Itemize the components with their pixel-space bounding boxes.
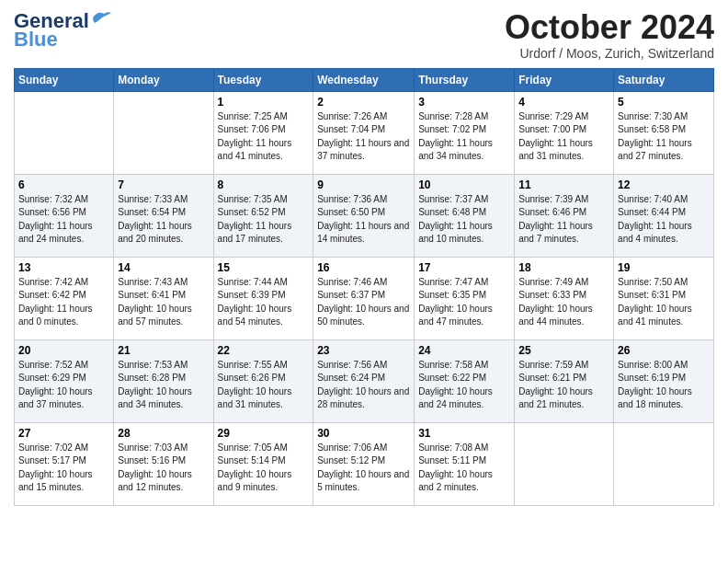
day-detail: Sunrise: 7:50 AMSunset: 6:31 PMDaylight:… [618, 276, 710, 329]
table-row: 19Sunrise: 7:50 AMSunset: 6:31 PMDayligh… [614, 257, 714, 339]
table-row: 5Sunrise: 7:30 AMSunset: 6:58 PMDaylight… [614, 91, 714, 174]
table-row [114, 91, 213, 174]
day-detail: Sunrise: 7:43 AMSunset: 6:41 PMDaylight:… [118, 276, 209, 329]
day-number: 4 [518, 96, 609, 109]
day-number: 7 [118, 178, 209, 191]
day-number: 27 [18, 427, 109, 440]
table-row: 16Sunrise: 7:46 AMSunset: 6:37 PMDayligh… [313, 257, 415, 339]
table-row: 3Sunrise: 7:28 AMSunset: 7:02 PMDaylight… [415, 91, 515, 174]
col-saturday: Saturday [614, 68, 714, 91]
day-detail: Sunrise: 7:44 AMSunset: 6:39 PMDaylight:… [218, 276, 310, 329]
day-detail: Sunrise: 7:40 AMSunset: 6:44 PMDaylight:… [618, 193, 710, 247]
day-detail: Sunrise: 7:33 AMSunset: 6:54 PMDaylight:… [118, 193, 209, 247]
day-detail: Sunrise: 8:00 AMSunset: 6:19 PMDaylight:… [618, 359, 710, 412]
table-row: 26Sunrise: 8:00 AMSunset: 6:19 PMDayligh… [614, 339, 714, 422]
table-row: 12Sunrise: 7:40 AMSunset: 6:44 PMDayligh… [614, 174, 714, 257]
day-number: 28 [118, 427, 209, 440]
day-detail: Sunrise: 7:37 AMSunset: 6:48 PMDaylight:… [418, 193, 510, 247]
day-detail: Sunrise: 7:26 AMSunset: 7:04 PMDaylight:… [317, 110, 410, 164]
day-detail: Sunrise: 7:05 AMSunset: 5:14 PMDaylight:… [218, 442, 310, 495]
day-detail: Sunrise: 7:08 AMSunset: 5:11 PMDaylight:… [418, 442, 510, 495]
table-row [515, 422, 614, 505]
day-detail: Sunrise: 7:39 AMSunset: 6:46 PMDaylight:… [518, 193, 609, 247]
day-number: 6 [18, 178, 109, 191]
day-detail: Sunrise: 7:28 AMSunset: 7:02 PMDaylight:… [418, 110, 510, 164]
header-row: Sunday Monday Tuesday Wednesday Thursday… [15, 68, 714, 91]
table-row: 10Sunrise: 7:37 AMSunset: 6:48 PMDayligh… [415, 174, 515, 257]
day-number: 23 [317, 344, 410, 357]
table-row: 6Sunrise: 7:32 AMSunset: 6:56 PMDaylight… [15, 174, 114, 257]
day-detail: Sunrise: 7:59 AMSunset: 6:21 PMDaylight:… [518, 359, 609, 412]
day-number: 19 [618, 261, 710, 274]
day-detail: Sunrise: 7:49 AMSunset: 6:33 PMDaylight:… [518, 276, 609, 329]
table-row: 24Sunrise: 7:58 AMSunset: 6:22 PMDayligh… [415, 339, 515, 422]
table-row: 20Sunrise: 7:52 AMSunset: 6:29 PMDayligh… [15, 339, 114, 422]
day-detail: Sunrise: 7:53 AMSunset: 6:28 PMDaylight:… [118, 359, 209, 412]
table-row [614, 422, 714, 505]
logo-bird-icon [91, 10, 111, 25]
day-detail: Sunrise: 7:32 AMSunset: 6:56 PMDaylight:… [18, 193, 109, 247]
table-row: 9Sunrise: 7:36 AMSunset: 6:50 PMDaylight… [313, 174, 415, 257]
day-number: 9 [317, 178, 410, 191]
day-detail: Sunrise: 7:02 AMSunset: 5:17 PMDaylight:… [18, 442, 109, 495]
page-header: General Blue October 2024 Urdorf / Moos,… [14, 9, 714, 61]
table-row: 7Sunrise: 7:33 AMSunset: 6:54 PMDaylight… [114, 174, 213, 257]
day-number: 25 [518, 344, 609, 357]
table-row: 28Sunrise: 7:03 AMSunset: 5:16 PMDayligh… [114, 422, 213, 505]
table-row: 8Sunrise: 7:35 AMSunset: 6:52 PMDaylight… [213, 174, 313, 257]
day-number: 10 [418, 178, 510, 191]
table-row: 13Sunrise: 7:42 AMSunset: 6:42 PMDayligh… [15, 257, 114, 339]
day-number: 29 [218, 427, 310, 440]
calendar-table: Sunday Monday Tuesday Wednesday Thursday… [14, 68, 714, 506]
day-number: 30 [317, 427, 410, 440]
table-row [15, 91, 114, 174]
col-friday: Friday [515, 68, 614, 91]
table-row: 30Sunrise: 7:06 AMSunset: 5:12 PMDayligh… [313, 422, 415, 505]
table-row: 11Sunrise: 7:39 AMSunset: 6:46 PMDayligh… [515, 174, 614, 257]
location: Urdorf / Moos, Zurich, Switzerland [505, 46, 714, 61]
title-block: October 2024 Urdorf / Moos, Zurich, Swit… [505, 9, 714, 61]
table-row: 31Sunrise: 7:08 AMSunset: 5:11 PMDayligh… [415, 422, 515, 505]
col-monday: Monday [114, 68, 213, 91]
day-number: 8 [218, 178, 310, 191]
day-detail: Sunrise: 7:52 AMSunset: 6:29 PMDaylight:… [18, 359, 109, 412]
table-row: 4Sunrise: 7:29 AMSunset: 7:00 PMDaylight… [515, 91, 614, 174]
table-row: 27Sunrise: 7:02 AMSunset: 5:17 PMDayligh… [15, 422, 114, 505]
day-number: 31 [418, 427, 510, 440]
day-detail: Sunrise: 7:30 AMSunset: 6:58 PMDaylight:… [618, 110, 710, 164]
table-row: 25Sunrise: 7:59 AMSunset: 6:21 PMDayligh… [515, 339, 614, 422]
day-detail: Sunrise: 7:35 AMSunset: 6:52 PMDaylight:… [218, 193, 310, 247]
table-row: 2Sunrise: 7:26 AMSunset: 7:04 PMDaylight… [313, 91, 415, 174]
table-row: 15Sunrise: 7:44 AMSunset: 6:39 PMDayligh… [213, 257, 313, 339]
day-number: 24 [418, 344, 510, 357]
day-number: 15 [218, 261, 310, 274]
logo: General Blue [14, 9, 111, 52]
day-number: 26 [618, 344, 710, 357]
page-container: General Blue October 2024 Urdorf / Moos,… [0, 0, 728, 515]
table-row: 14Sunrise: 7:43 AMSunset: 6:41 PMDayligh… [114, 257, 213, 339]
table-row: 1Sunrise: 7:25 AMSunset: 7:06 PMDaylight… [213, 91, 313, 174]
day-detail: Sunrise: 7:29 AMSunset: 7:00 PMDaylight:… [518, 110, 609, 164]
day-detail: Sunrise: 7:36 AMSunset: 6:50 PMDaylight:… [317, 193, 410, 247]
table-row: 29Sunrise: 7:05 AMSunset: 5:14 PMDayligh… [213, 422, 313, 505]
day-number: 17 [418, 261, 510, 274]
table-row: 17Sunrise: 7:47 AMSunset: 6:35 PMDayligh… [415, 257, 515, 339]
col-tuesday: Tuesday [213, 68, 313, 91]
logo-blue: Blue [14, 28, 58, 52]
day-detail: Sunrise: 7:55 AMSunset: 6:26 PMDaylight:… [218, 359, 310, 412]
day-number: 11 [518, 178, 609, 191]
day-number: 1 [218, 96, 310, 109]
col-sunday: Sunday [15, 68, 114, 91]
day-number: 2 [317, 96, 410, 109]
table-row: 23Sunrise: 7:56 AMSunset: 6:24 PMDayligh… [313, 339, 415, 422]
day-detail: Sunrise: 7:46 AMSunset: 6:37 PMDaylight:… [317, 276, 410, 329]
col-wednesday: Wednesday [313, 68, 415, 91]
day-number: 16 [317, 261, 410, 274]
col-thursday: Thursday [415, 68, 515, 91]
day-number: 22 [218, 344, 310, 357]
table-row: 21Sunrise: 7:53 AMSunset: 6:28 PMDayligh… [114, 339, 213, 422]
table-row: 18Sunrise: 7:49 AMSunset: 6:33 PMDayligh… [515, 257, 614, 339]
day-number: 13 [18, 261, 109, 274]
day-number: 20 [18, 344, 109, 357]
day-number: 18 [518, 261, 609, 274]
